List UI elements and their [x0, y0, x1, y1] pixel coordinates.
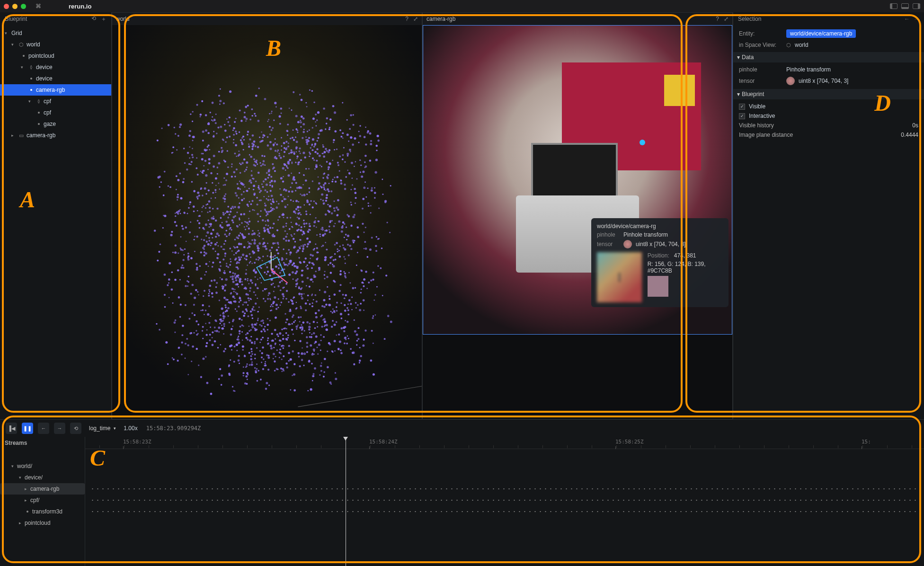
- svg-point-733: [262, 260, 263, 261]
- tree-item-grid[interactable]: ▾ Grid: [0, 27, 111, 39]
- svg-point-1122: [179, 279, 181, 280]
- svg-point-1830: [352, 177, 353, 179]
- step-back-button[interactable]: ←: [38, 423, 49, 434]
- layout-toggle-left-icon[interactable]: [890, 3, 897, 9]
- stream-item-world[interactable]: ▾world/: [0, 460, 85, 472]
- svg-point-1347: [235, 279, 238, 282]
- stream-item-device[interactable]: ▾device/: [0, 472, 85, 483]
- svg-point-1902: [218, 327, 220, 329]
- time-ruler[interactable]: 15:58:23Z 15:58:24Z 15:58:25Z 15:: [85, 437, 924, 449]
- expand-icon[interactable]: ⤢: [413, 16, 418, 22]
- maximize-window-button[interactable]: [21, 4, 26, 9]
- svg-point-935: [192, 121, 193, 122]
- svg-point-469: [292, 375, 293, 376]
- svg-point-1008: [266, 274, 267, 275]
- add-icon[interactable]: ＋: [101, 15, 107, 23]
- help-icon[interactable]: ?: [716, 16, 719, 22]
- close-window-button[interactable]: [4, 4, 9, 9]
- svg-point-1032: [249, 119, 251, 121]
- svg-point-1896: [279, 339, 281, 342]
- tree-item-device-group[interactable]: ▾ device: [0, 62, 111, 73]
- svg-point-1286: [340, 182, 343, 185]
- viewport-world[interactable]: world ? ⤢: [112, 12, 422, 419]
- step-forward-button[interactable]: →: [54, 423, 65, 434]
- skip-start-button[interactable]: ▐◀: [6, 423, 17, 434]
- svg-point-1538: [344, 188, 346, 190]
- svg-point-2118: [197, 174, 199, 176]
- svg-point-1271: [216, 257, 218, 258]
- timeline-tracks[interactable]: 15:58:23Z 15:58:24Z 15:58:25Z 15:: [85, 437, 924, 566]
- svg-point-497: [312, 281, 314, 283]
- minimize-window-button[interactable]: [12, 4, 18, 9]
- svg-point-1304: [251, 314, 253, 317]
- interactive-checkbox[interactable]: ✓Interactive: [739, 113, 918, 119]
- space-view-link[interactable]: world: [795, 42, 808, 48]
- stream-item-cpf[interactable]: ▸cpf/: [0, 495, 85, 506]
- stream-item-pointcloud[interactable]: ▸pointcloud: [0, 517, 85, 529]
- visible-checkbox[interactable]: ✓Visible: [739, 103, 918, 110]
- viewport-camera-rgb[interactable]: camera-rgb ? ⤢: [422, 12, 733, 419]
- play-pause-button[interactable]: ❚❚: [22, 423, 33, 434]
- section-data[interactable]: ▾Data: [733, 52, 924, 62]
- svg-point-1101: [303, 364, 304, 366]
- svg-point-1686: [334, 258, 336, 260]
- timeline-dropdown[interactable]: log_time: [86, 425, 119, 432]
- svg-point-1548: [243, 213, 246, 215]
- svg-point-587: [208, 322, 210, 324]
- svg-point-1797: [300, 187, 302, 189]
- svg-point-100: [243, 191, 245, 193]
- reset-icon[interactable]: ⟲: [91, 15, 96, 23]
- svg-point-2148: [203, 295, 204, 297]
- svg-point-883: [180, 236, 182, 238]
- svg-point-645: [285, 189, 287, 192]
- tree-item-cpf[interactable]: cpf: [0, 107, 111, 118]
- tree-item-world[interactable]: ▾ world: [0, 39, 111, 50]
- svg-point-1767: [319, 155, 321, 157]
- svg-point-686: [371, 330, 373, 332]
- tree-item-cpf-group[interactable]: ▾ cpf: [0, 96, 111, 107]
- svg-point-2175: [300, 239, 302, 241]
- tree-item-camera-rgb[interactable]: camera-rgb: [0, 84, 111, 96]
- expand-icon[interactable]: ⤢: [724, 16, 729, 22]
- tree-item-camera-rgb-view[interactable]: ▸ camera-rgb: [0, 130, 111, 141]
- svg-point-715: [232, 281, 235, 283]
- svg-point-1225: [340, 349, 342, 351]
- svg-point-1339: [239, 181, 240, 182]
- svg-point-70: [182, 181, 185, 184]
- svg-point-1308: [289, 108, 290, 109]
- svg-point-884: [207, 203, 208, 205]
- stream-item-transform3d[interactable]: transform3d: [0, 506, 85, 517]
- tree-item-device[interactable]: device: [0, 73, 111, 84]
- svg-point-1555: [300, 317, 302, 318]
- stream-item-camera-rgb[interactable]: ▸camera-rgb: [0, 483, 85, 495]
- svg-point-881: [171, 231, 173, 233]
- svg-point-476: [341, 226, 343, 229]
- pointcloud-3d-view[interactable]: [112, 25, 422, 419]
- svg-point-913: [232, 319, 235, 321]
- selected-entity-path[interactable]: world/device/camera-rgb: [786, 29, 856, 38]
- tree-item-pointcloud[interactable]: pointcloud: [0, 50, 111, 62]
- svg-point-1813: [356, 334, 358, 336]
- visible-history-value[interactable]: 0s: [912, 122, 918, 129]
- svg-point-21: [193, 304, 195, 306]
- loop-button[interactable]: ⟲: [70, 423, 81, 434]
- svg-point-2074: [297, 121, 300, 124]
- svg-point-1784: [208, 162, 211, 165]
- svg-point-837: [321, 326, 323, 327]
- svg-point-1426: [350, 189, 352, 190]
- svg-point-2165: [256, 338, 258, 340]
- svg-point-1145: [278, 264, 279, 265]
- tree-item-gaze[interactable]: gaze: [0, 118, 111, 130]
- layout-toggle-bottom-icon[interactable]: [901, 3, 909, 9]
- svg-point-599: [308, 360, 311, 363]
- svg-point-1860: [255, 283, 256, 285]
- help-icon[interactable]: ?: [405, 16, 409, 22]
- selection-forward-icon[interactable]: →: [914, 16, 919, 22]
- image-plane-value[interactable]: 0.4444: [901, 132, 918, 138]
- svg-point-1449: [239, 363, 240, 364]
- playback-speed[interactable]: 1.00x: [124, 425, 137, 432]
- selection-back-icon[interactable]: ←: [904, 16, 910, 22]
- section-blueprint[interactable]: ▾Blueprint: [733, 89, 924, 99]
- svg-point-897: [370, 212, 372, 213]
- layout-toggle-right-icon[interactable]: [913, 3, 920, 9]
